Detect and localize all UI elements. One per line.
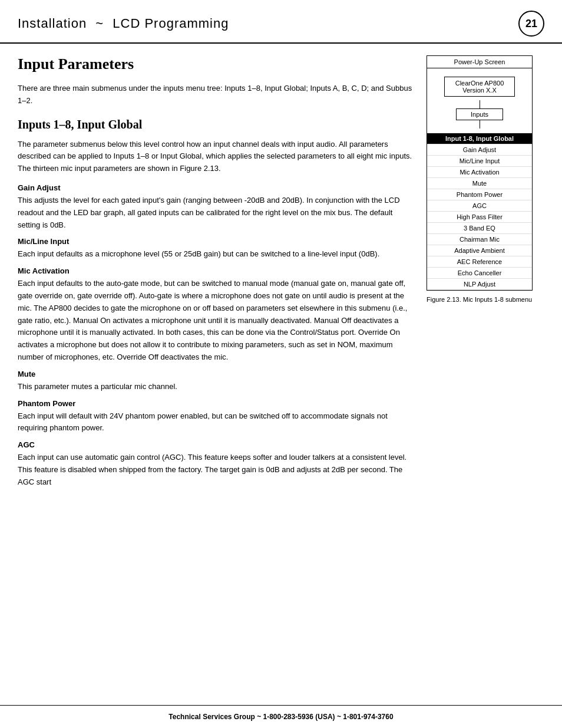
diagram-menu-gain-adjust: Gain Adjust bbox=[427, 144, 532, 156]
diagram-menu-adaptive-ambient: Adaptive Ambient bbox=[427, 245, 532, 256]
subsection-mute-title: Mute bbox=[18, 370, 412, 378]
main-text: Input Parameters There are three main su… bbox=[18, 55, 412, 492]
diagram-box: Power-Up Screen ClearOne AP800 Version X… bbox=[427, 55, 533, 291]
diagram-top-section: ClearOne AP800 Version X.X Inputs bbox=[427, 68, 532, 133]
connector2 bbox=[480, 120, 480, 129]
diagram-menu-nlp-adjust: NLP Adjust bbox=[427, 279, 532, 290]
diagram-menu-phantom-power: Phantom Power bbox=[427, 189, 532, 200]
diagram-clearone-box: ClearOne AP800 Version X.X bbox=[444, 77, 515, 97]
content-area: Input Parameters There are three main su… bbox=[0, 44, 562, 504]
page-header: Installation ~ LCD Programming 21 bbox=[0, 0, 562, 44]
section1-title: Inputs 1–8, Input Global bbox=[18, 118, 412, 131]
subsection-mic-activation-title: Mic Activation bbox=[18, 266, 412, 275]
subsection-phantom-power: Phantom Power Each input will default wi… bbox=[18, 399, 412, 435]
header-title: Installation ~ LCD Programming bbox=[18, 16, 513, 31]
subsection-gain-adjust: Gain Adjust This adjusts the level for e… bbox=[18, 183, 412, 231]
header-subtitle: LCD Programming bbox=[113, 16, 229, 31]
intro-text: There are three main submenus under the … bbox=[18, 83, 412, 107]
footer: Technical Services Group ~ 1-800-283-593… bbox=[0, 705, 562, 728]
section1-description: The parameter submenus below this level … bbox=[18, 139, 412, 175]
subsection-agc: AGC Each input can use automatic gain co… bbox=[18, 440, 412, 488]
diagram-menu-echo-canceller: Echo Canceller bbox=[427, 268, 532, 279]
page: Installation ~ LCD Programming 21 Input … bbox=[0, 0, 562, 728]
page-title: Input Parameters bbox=[18, 55, 412, 73]
subsection-mute: Mute This parameter mutes a particular m… bbox=[18, 370, 412, 393]
diagram-menu-high-pass-filter: High Pass Filter bbox=[427, 212, 532, 223]
subsection-mic-line-text: Each input defaults as a microphone leve… bbox=[18, 248, 412, 261]
footer-text: Technical Services Group ~ 1-800-283-593… bbox=[168, 713, 393, 721]
subsection-agc-text: Each input can use automatic gain contro… bbox=[18, 452, 412, 488]
subsection-phantom-power-title: Phantom Power bbox=[18, 399, 412, 408]
clearone-line1: ClearOne AP800 bbox=[455, 80, 504, 87]
diagram-menu-mic-line: Mic/Line Input bbox=[427, 156, 532, 167]
clearone-line2: Version X.X bbox=[462, 87, 496, 94]
diagram-menu-3band-eq: 3 Band EQ bbox=[427, 223, 532, 234]
sidebar: Power-Up Screen ClearOne AP800 Version X… bbox=[427, 55, 544, 492]
header-installation: Installation bbox=[18, 16, 87, 31]
diagram-power-up-header: Power-Up Screen bbox=[427, 56, 532, 68]
subsection-mic-line-title: Mic/Line Input bbox=[18, 237, 412, 246]
diagram-menu-chairman-mic: Chairman Mic bbox=[427, 234, 532, 245]
header-tilde: ~ bbox=[95, 16, 104, 31]
subsection-mic-line: Mic/Line Input Each input defaults as a … bbox=[18, 237, 412, 261]
diagram-highlighted-item: Input 1-8, Input Global bbox=[427, 133, 532, 144]
diagram-menu-aec-reference: AEC Reference bbox=[427, 256, 532, 268]
subsection-agc-title: AGC bbox=[18, 440, 412, 449]
subsection-gain-adjust-title: Gain Adjust bbox=[18, 183, 412, 192]
subsection-mic-activation-text: Each input defaults to the auto-gate mod… bbox=[18, 278, 412, 364]
subsection-phantom-power-text: Each input will default with 24V phantom… bbox=[18, 410, 412, 435]
subsection-gain-adjust-text: This adjusts the level for each gated in… bbox=[18, 195, 412, 231]
subsection-mute-text: This parameter mutes a particular mic ch… bbox=[18, 381, 412, 393]
figure-caption: Figure 2.13. Mic Inputs 1-8 submenu bbox=[427, 295, 544, 304]
connector1 bbox=[480, 100, 480, 108]
diagram-menu-agc: AGC bbox=[427, 200, 532, 212]
subsection-mic-activation: Mic Activation Each input defaults to th… bbox=[18, 266, 412, 364]
diagram-menu-mute: Mute bbox=[427, 178, 532, 189]
diagram-menu-mic-activation: Mic Activation bbox=[427, 167, 532, 178]
diagram-menu-list: Gain Adjust Mic/Line Input Mic Activatio… bbox=[427, 144, 532, 290]
diagram-inputs-box: Inputs bbox=[456, 108, 503, 120]
page-number: 21 bbox=[518, 11, 544, 37]
